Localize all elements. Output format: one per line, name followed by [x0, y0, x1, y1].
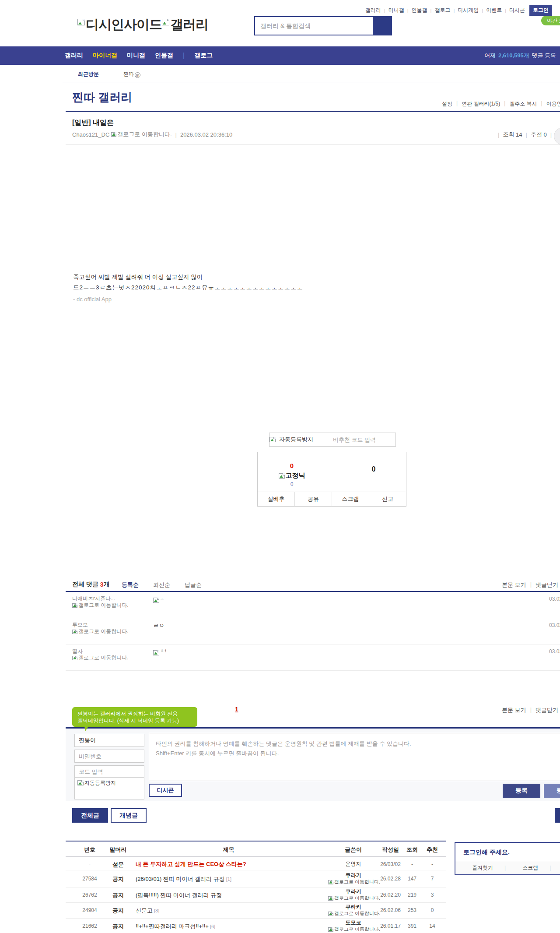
top-link-dcgame[interactable]: 디시게임: [458, 7, 479, 14]
breadcrumb-gallery-link[interactable]: 찐따m: [123, 70, 140, 78]
scrap-button[interactable]: 스크랩: [522, 864, 538, 872]
breadcrumb: 최근방문 찐따m: [63, 65, 560, 82]
view-post-link[interactable]: 본문 보기: [502, 706, 526, 714]
post-body-line2: 드2ㅡㅡ3ㄹ츠는넛ㅈ22020쳐ㅗㅍㅋㄴㅈ22ㅍ유ㅠㅗㅗㅗㅗㅗㅗㅗㅗㅗㅗㅗㅗㅗㅗ: [73, 284, 303, 292]
nav-gallery[interactable]: 갤러리: [65, 52, 83, 60]
post-title-link[interactable]: (필독!!!!!) 찐따 마이너 갤러리 규정: [136, 891, 328, 899]
post-recommend: 7: [424, 876, 441, 882]
view-post-link[interactable]: 본문 보기: [502, 581, 526, 589]
comment-page-1[interactable]: 1: [235, 706, 238, 713]
nav-minigal[interactable]: 미니갤: [127, 52, 145, 60]
board-header-row: 번호 말머리 제목 글쓴이 작성일 조회 추천: [66, 841, 446, 857]
post-author[interactable]: 쿠라키갤로그로 이동합니다.: [328, 888, 378, 901]
post-date: 26.02.06: [378, 907, 402, 913]
sort-newest[interactable]: 최신순: [153, 581, 170, 589]
post-title-link[interactable]: 신문고[8]: [136, 907, 328, 915]
post-author[interactable]: 쿠라키갤로그로 이동합니다.: [328, 904, 378, 917]
tab-best-posts[interactable]: 개념글: [111, 808, 147, 823]
top-link-persongal[interactable]: 인물갤: [412, 7, 427, 14]
nav-minorgal[interactable]: 마이너갤: [93, 52, 117, 60]
comment-submit-secondary-button[interactable]: 등록: [544, 784, 560, 798]
post-author[interactable]: 운영자: [328, 861, 378, 867]
post-date: 26.01.17: [378, 923, 402, 929]
code-input[interactable]: [74, 765, 144, 778]
table-row: - 설문 내 돈 투자하고 싶게 만드는 CEO상 스타는? 운영자 26/03…: [66, 857, 446, 870]
copy-url-link[interactable]: 갤주소 복사: [509, 100, 537, 108]
col-date: 작성일: [378, 846, 402, 854]
table-row: 27584 공지 (26/03/01) 찐따 마이너 갤러리 규정[1] 쿠라키…: [66, 870, 446, 887]
post-meta: Chaos121_DC 갤로그로 이동합니다. | 2026.03.02 20:…: [72, 130, 232, 138]
site-logo[interactable]: 디시인사이드갤러리: [77, 16, 208, 34]
table-row: 24904 공지 신문고[8] 쿠라키갤로그로 이동합니다. 26.02.06 …: [66, 903, 446, 919]
related-galleries-link[interactable]: 연관 갤러리(1/5): [462, 100, 500, 108]
post-title-link[interactable]: !!+!!+찐따갤러리 마크섭!!+!!+[6]: [136, 922, 328, 930]
dccon-button[interactable]: 디시콘: [149, 784, 182, 797]
comment-total: 전체 댓글 3개: [72, 581, 110, 588]
usage-guide-link[interactable]: 이용안내: [546, 100, 560, 108]
broken-image-icon: [72, 603, 77, 608]
captcha-broken-image-icon: [270, 437, 276, 442]
settings-link[interactable]: 설정: [442, 100, 452, 108]
password-input[interactable]: [74, 750, 144, 763]
page: 갤러리| 미니갤| 인물갤| 갤로그| 디시게임| 이벤트| 디시콘 로그인 야…: [0, 0, 560, 933]
search-input[interactable]: [255, 17, 372, 35]
night-mode-button[interactable]: 야간 모드: [541, 16, 560, 25]
login-button[interactable]: 로그인: [529, 5, 552, 16]
top-link-gallery[interactable]: 갤러리: [365, 7, 381, 14]
main-navbar: 갤러리 마이너갤 미니갤 인물갤 | 갤로그 어제 2,610,595개 댓글 …: [0, 46, 560, 65]
broken-image-icon: [328, 880, 333, 884]
gallog-link[interactable]: 갤로그로 이동합니다.: [117, 130, 172, 138]
comment-row: 니애비ㅈr지죤나... 갤로그로 이동합니다. ㅗ 03.02: [66, 592, 560, 618]
post-title-link[interactable]: 내 돈 투자하고 싶게 만드는 CEO상 스타는?: [136, 860, 328, 868]
post-header-divider: [66, 144, 560, 145]
silbechu-button[interactable]: 실베추: [258, 492, 295, 506]
post-number: 26762: [77, 892, 103, 898]
post-author[interactable]: 토모코갤로그로 이동합니다.: [328, 919, 378, 933]
captcha-broken-image-icon: [77, 780, 84, 785]
top-link-dccon[interactable]: 디시콘: [509, 7, 525, 14]
downvote-code-input[interactable]: [313, 437, 396, 443]
nav-gallog[interactable]: 갤로그: [194, 52, 213, 60]
post-title-link[interactable]: (26/03/01) 찐따 마이너 갤러리 규정[1]: [136, 875, 328, 883]
search-button[interactable]: [373, 16, 392, 35]
minor-gallery-icon: m: [135, 72, 140, 78]
nickname-input[interactable]: [74, 734, 144, 747]
table-row: 26762 공지 (필독!!!!!) 찐따 마이너 갤러리 규정 쿠라키갤로그로…: [66, 887, 446, 903]
comment-date: 03.02: [549, 622, 560, 628]
post-recommend: 0: [424, 907, 441, 913]
nav-persongal[interactable]: 인물갤: [155, 52, 173, 60]
broken-image-icon: [111, 132, 116, 137]
top-link-gallog[interactable]: 갤로그: [434, 7, 450, 14]
write-post-button[interactable]: 글쓰기: [555, 808, 560, 823]
post-author[interactable]: Chaos121_DC: [72, 131, 109, 138]
comment-count-badge: [8]: [154, 908, 159, 913]
post-recommend: -: [424, 861, 441, 867]
post-views: 391: [403, 923, 421, 929]
top-link-minigal[interactable]: 미니갤: [388, 7, 404, 14]
post-stats: | 조회 14 | 추천 0 |: [494, 130, 555, 138]
comment-content: ㅎㅓ: [153, 648, 167, 656]
comment-tools-bottom: 본문 보기 | 댓글닫기 |: [502, 706, 560, 714]
top-link-event[interactable]: 이벤트: [486, 7, 502, 14]
post-author[interactable]: 쿠라키갤로그로 이동합니다.: [328, 872, 378, 885]
scrap-button[interactable]: 스크랩: [332, 492, 369, 506]
close-comments-link[interactable]: 댓글닫기: [536, 581, 558, 589]
sort-reply[interactable]: 답글순: [185, 581, 202, 589]
comment-jump-button[interactable]: [554, 127, 560, 145]
divider: |: [430, 8, 432, 13]
close-comments-link[interactable]: 댓글닫기: [536, 706, 558, 714]
col-author: 글쓴이: [328, 846, 378, 854]
share-button[interactable]: 공유: [295, 492, 332, 506]
fixed-nick-vote-button[interactable]: 고정닉: [273, 472, 310, 480]
post-number: -: [77, 861, 103, 867]
favorites-button[interactable]: 즐겨찾기: [472, 864, 493, 872]
report-button[interactable]: 신고: [369, 492, 406, 506]
broken-image-icon: [279, 473, 285, 479]
comment-textarea[interactable]: 타인의 권리를 침해하거나 명예를 훼손하는 댓글은 운영원칙 및 관련 법률에…: [149, 733, 560, 781]
top-utility-bar: 갤러리| 미니갤| 인물갤| 갤로그| 디시게임| 이벤트| 디시콘 로그인: [365, 5, 552, 16]
comment-submit-button[interactable]: 등록: [503, 784, 540, 798]
divider: |: [453, 8, 455, 13]
sort-registered[interactable]: 등록순: [122, 581, 139, 589]
tab-all-posts[interactable]: 전체글: [72, 808, 108, 823]
divider: |: [504, 100, 505, 108]
